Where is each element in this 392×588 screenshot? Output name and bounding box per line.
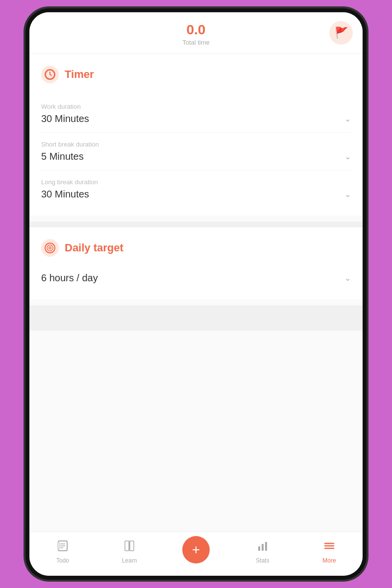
- content-area: Timer Work duration 30 Minutes ⌄ Short b…: [29, 54, 363, 532]
- timer-section-header: Timer: [41, 66, 351, 83]
- work-duration-chevron[interactable]: ⌄: [344, 114, 351, 123]
- total-time-value: 0.0: [182, 22, 210, 38]
- short-break-label: Short break duration: [41, 141, 351, 148]
- target-icon: [44, 242, 56, 254]
- nav-item-stats[interactable]: Stats: [229, 539, 296, 564]
- daily-target-value: 6 hours / day: [41, 272, 98, 284]
- svg-rect-15: [130, 541, 134, 551]
- daily-target-title: Daily target: [65, 242, 123, 254]
- long-break-row: 30 Minutes ⌄: [41, 189, 351, 200]
- divider-1: [29, 221, 363, 227]
- nav-item-todo[interactable]: Todo: [29, 539, 96, 564]
- flag-button[interactable]: 🚩: [329, 21, 353, 45]
- daily-target-section-card: Daily target 6 hours / day ⌄: [29, 227, 363, 299]
- nav-label-more: More: [322, 557, 336, 564]
- timer-section-card: Timer Work duration 30 Minutes ⌄ Short b…: [29, 54, 363, 216]
- timer-icon-container: [41, 66, 59, 83]
- daily-target-chevron[interactable]: ⌄: [344, 273, 351, 283]
- nav-item-learn[interactable]: Learn: [96, 539, 163, 564]
- nav-item-more[interactable]: More: [296, 539, 363, 564]
- todo-icon: [56, 539, 69, 555]
- phone-frame: 0.0 Total time 🚩 Timer: [29, 12, 363, 576]
- work-duration-item[interactable]: Work duration 30 Minutes ⌄: [41, 95, 351, 133]
- flag-icon: 🚩: [335, 26, 348, 39]
- timer-section-title: Timer: [65, 68, 94, 81]
- short-break-chevron[interactable]: ⌄: [344, 152, 351, 161]
- long-break-label: Long break duration: [41, 178, 351, 186]
- long-break-item[interactable]: Long break duration 30 Minutes ⌄: [41, 171, 351, 208]
- work-duration-row: 30 Minutes ⌄: [41, 113, 351, 124]
- add-button[interactable]: +: [182, 536, 210, 564]
- long-break-chevron[interactable]: ⌄: [344, 190, 351, 199]
- add-icon: +: [192, 543, 200, 557]
- work-duration-label: Work duration: [41, 103, 351, 110]
- divider-2: [29, 305, 363, 311]
- more-icon: [323, 539, 336, 555]
- long-break-value: 30 Minutes: [41, 189, 89, 200]
- total-time-label: Total time: [182, 39, 210, 46]
- nav-item-add[interactable]: +: [163, 536, 229, 567]
- header-section: 0.0 Total time 🚩: [29, 12, 363, 54]
- clock-icon: [44, 69, 56, 80]
- svg-rect-14: [125, 541, 129, 551]
- svg-point-7: [49, 247, 51, 249]
- bottom-nav: Todo Learn +: [29, 532, 363, 576]
- target-icon-container: [41, 239, 59, 257]
- short-break-row: 5 Minutes ⌄: [41, 151, 351, 162]
- short-break-value: 5 Minutes: [41, 151, 84, 162]
- daily-target-header: Daily target: [41, 239, 351, 257]
- header-total: 0.0 Total time: [182, 22, 210, 46]
- svg-rect-17: [258, 546, 260, 551]
- stats-icon: [256, 539, 269, 555]
- svg-rect-19: [265, 542, 267, 551]
- short-break-item[interactable]: Short break duration 5 Minutes ⌄: [41, 133, 351, 171]
- daily-target-value-row[interactable]: 6 hours / day ⌄: [41, 269, 351, 292]
- nav-label-stats: Stats: [256, 557, 269, 564]
- nav-label-todo: Todo: [56, 557, 69, 564]
- bottom-spacer: [29, 311, 363, 331]
- svg-rect-18: [262, 544, 264, 551]
- learn-icon: [123, 539, 136, 555]
- work-duration-value: 30 Minutes: [41, 113, 89, 124]
- nav-label-learn: Learn: [122, 557, 137, 564]
